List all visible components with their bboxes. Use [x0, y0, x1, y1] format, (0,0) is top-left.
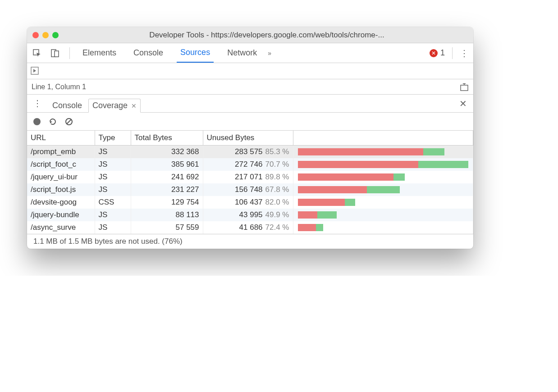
cell-usage-bar	[293, 209, 473, 221]
cell-unused: 106 43782.0 %	[203, 196, 293, 209]
tab-elements[interactable]: Elements	[79, 43, 120, 63]
svg-rect-4	[461, 85, 468, 91]
minimize-window-button[interactable]	[42, 32, 49, 38]
cell-unused: 217 07189.8 %	[203, 171, 293, 183]
record-button[interactable]	[33, 118, 41, 125]
device-toolbar-icon[interactable]	[50, 48, 60, 59]
clear-button[interactable]	[65, 118, 73, 126]
devtools-tabstrip: ElementsConsoleSourcesNetwork » ✕ 1 ⋮	[27, 43, 473, 63]
cell-total: 129 754	[131, 196, 203, 209]
editor-status-row: Line 1, Column 1	[27, 79, 473, 95]
cursor-position: Line 1, Column 1	[32, 83, 86, 91]
cell-total: 332 368	[131, 146, 203, 159]
table-row[interactable]: /jquery-bundleJS88 11343 99549.9 %	[27, 209, 473, 221]
cell-url: /prompt_emb	[27, 146, 95, 159]
cell-url: /async_surve	[27, 221, 95, 234]
header-url[interactable]: URL	[27, 131, 95, 146]
cell-usage-bar	[293, 171, 473, 183]
error-count[interactable]: 1	[440, 48, 445, 58]
cell-total: 231 227	[131, 183, 203, 196]
cell-usage-bar	[293, 183, 473, 196]
table-row[interactable]: /async_surveJS57 55941 68672.4 %	[27, 221, 473, 234]
more-tabs-icon[interactable]: »	[268, 50, 271, 57]
cell-url: /script_foot.js	[27, 183, 95, 196]
sources-editor-strip	[27, 63, 473, 79]
cell-url: /script_foot_c	[27, 158, 95, 171]
titlebar: Developer Tools - https://developers.goo…	[27, 27, 473, 43]
coverage-toolbar	[27, 113, 473, 131]
main-tabs: ElementsConsoleSourcesNetwork	[79, 43, 261, 63]
cell-url: /jquery-bundle	[27, 209, 95, 221]
cell-usage-bar	[293, 221, 473, 234]
cell-type: JS	[95, 221, 131, 234]
cell-total: 385 961	[131, 158, 203, 171]
cell-total: 88 113	[131, 209, 203, 221]
svg-line-6	[67, 119, 71, 124]
cell-usage-bar	[293, 158, 473, 171]
header-type[interactable]: Type	[95, 131, 131, 146]
drawer-tabstrip: ⋯ ConsoleCoverage✕ ✕	[27, 95, 473, 113]
table-row[interactable]: /prompt_embJS332 368283 57585.3 %	[27, 146, 473, 159]
reload-button[interactable]	[49, 118, 57, 126]
cell-unused: 43 99549.9 %	[203, 209, 293, 221]
coverage-summary: 1.1 MB of 1.5 MB bytes are not used. (76…	[27, 234, 473, 249]
tab-network[interactable]: Network	[224, 43, 261, 63]
error-icon[interactable]: ✕	[430, 49, 438, 57]
cell-unused: 41 68672.4 %	[203, 221, 293, 234]
inspect-element-icon[interactable]	[32, 48, 42, 59]
table-row[interactable]: /script_foot.jsJS231 227156 74867.8 %	[27, 183, 473, 196]
window-controls	[32, 32, 59, 38]
cell-type: JS	[95, 183, 131, 196]
cell-unused: 272 74670.7 %	[203, 158, 293, 171]
close-window-button[interactable]	[32, 32, 39, 38]
show-navigator-icon[interactable]	[31, 67, 39, 75]
devtools-window: Developer Tools - https://developers.goo…	[27, 27, 473, 249]
header-bar[interactable]	[293, 131, 473, 146]
cell-url: /jquery_ui-bur	[27, 171, 95, 183]
coverage-table: URL Type Total Bytes Unused Bytes /promp…	[27, 131, 473, 234]
zoom-window-button[interactable]	[52, 32, 59, 38]
cell-usage-bar	[293, 196, 473, 209]
drawer-menu-icon[interactable]: ⋯	[32, 99, 43, 108]
close-drawer-icon[interactable]: ✕	[456, 96, 471, 111]
cell-unused: 283 57585.3 %	[203, 146, 293, 159]
cell-type: CSS	[95, 196, 131, 209]
cell-type: JS	[95, 158, 131, 171]
window-title: Developer Tools - https://developers.goo…	[66, 31, 468, 40]
cell-total: 57 559	[131, 221, 203, 234]
drawer-tab-coverage[interactable]: Coverage✕	[88, 99, 141, 113]
settings-menu-icon[interactable]: ⋮	[460, 48, 469, 59]
drawer-tab-console[interactable]: Console	[49, 99, 86, 112]
table-row[interactable]: /jquery_ui-burJS241 692217 07189.8 %	[27, 171, 473, 183]
cell-type: JS	[95, 146, 131, 159]
tab-sources[interactable]: Sources	[177, 43, 214, 63]
cell-unused: 156 74867.8 %	[203, 183, 293, 196]
table-row[interactable]: /devsite-googCSS129 754106 43782.0 %	[27, 196, 473, 209]
header-total[interactable]: Total Bytes	[131, 131, 203, 146]
show-drawer-icon[interactable]	[460, 82, 469, 91]
table-row[interactable]: /script_foot_cJS385 961272 74670.7 %	[27, 158, 473, 171]
cell-usage-bar	[293, 146, 473, 159]
tab-console[interactable]: Console	[130, 43, 167, 63]
close-tab-icon[interactable]: ✕	[131, 102, 137, 109]
cell-total: 241 692	[131, 171, 203, 183]
cell-type: JS	[95, 171, 131, 183]
cell-type: JS	[95, 209, 131, 221]
svg-rect-2	[55, 51, 59, 57]
cell-url: /devsite-goog	[27, 196, 95, 209]
header-unused[interactable]: Unused Bytes	[203, 131, 293, 146]
